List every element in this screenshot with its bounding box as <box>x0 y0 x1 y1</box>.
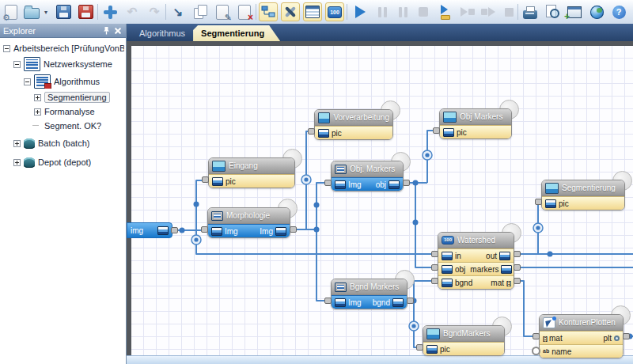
delete-button[interactable]: × <box>235 2 254 21</box>
tree-item-algorithmus[interactable]: Algorithmus <box>2 74 124 89</box>
duplicate-button[interactable] <box>191 2 210 21</box>
node-header[interactable]: Morphologie <box>208 208 290 224</box>
port[interactable] <box>533 333 540 339</box>
junction-dot[interactable] <box>314 203 320 208</box>
port[interactable] <box>201 226 208 233</box>
port[interactable] <box>535 199 542 205</box>
port-row[interactable]: ImgImg <box>208 224 290 237</box>
node-segmentierung[interactable]: Segmentierung pic <box>541 180 625 210</box>
junction-ring[interactable] <box>423 150 432 160</box>
junction-dot[interactable] <box>413 220 419 226</box>
input-connector-img[interactable]: img <box>127 222 172 238</box>
port-row[interactable]: pic <box>542 196 624 210</box>
junction-ring[interactable] <box>301 175 311 184</box>
port[interactable] <box>623 333 630 339</box>
port-row[interactable]: inout <box>438 248 514 262</box>
port-open[interactable] <box>532 347 540 355</box>
node-header[interactable]: Obj. Markers <box>332 161 403 177</box>
view-form-toggle[interactable] <box>303 2 322 21</box>
help-button[interactable]: ? <box>609 2 628 21</box>
print-button[interactable] <box>521 2 540 21</box>
junction-ring[interactable] <box>409 321 419 331</box>
port[interactable] <box>324 298 332 304</box>
step-into-button[interactable] <box>479 2 498 21</box>
port-row[interactable]: Imgobj <box>332 177 403 191</box>
port-row[interactable]: [:]matplt <box>540 331 623 344</box>
port-row[interactable]: Imgbgnd <box>332 295 407 309</box>
tree-item-formanalyse[interactable]: Formanalyse <box>2 106 124 117</box>
tab-algorithmus[interactable]: Algorithmus <box>131 25 193 41</box>
port-row[interactable]: bgndmat[:] <box>438 275 514 289</box>
add-button[interactable] <box>100 2 119 21</box>
view-values-toggle[interactable]: 100 <box>325 2 344 21</box>
pin-button[interactable] <box>100 25 112 36</box>
port-row[interactable]: objmarkers <box>438 262 514 275</box>
port-row[interactable]: pic <box>440 125 511 138</box>
expand-icon[interactable] <box>34 108 41 116</box>
expand-icon[interactable] <box>13 140 21 147</box>
port[interactable] <box>514 278 521 284</box>
node-vorverarbeitung[interactable]: Vorverarbeitung pic <box>314 109 393 140</box>
step-over-button[interactable] <box>458 2 477 21</box>
tree-item-segmentierung[interactable]: Segmentierung <box>2 92 124 103</box>
node-header[interactable]: Segmentierung <box>542 180 624 196</box>
node-header[interactable]: Vorverarbeitung <box>315 110 392 126</box>
open-dropdown-button[interactable]: ▾ <box>41 2 51 21</box>
port[interactable] <box>171 227 178 233</box>
stop-button[interactable] <box>414 2 433 21</box>
pause-button[interactable] <box>393 2 412 21</box>
port[interactable] <box>431 264 438 271</box>
close-panel-button[interactable] <box>112 25 123 36</box>
port[interactable] <box>433 127 440 134</box>
node-konturen-plotten[interactable]: KonturenPlotten [:]matplt abname <box>539 314 624 358</box>
port[interactable] <box>308 128 315 135</box>
node-header[interactable]: KonturenPlotten <box>540 315 623 331</box>
save-button[interactable] <box>54 2 73 21</box>
collapse-icon[interactable] <box>13 61 21 68</box>
port[interactable] <box>514 251 521 257</box>
junction-dot[interactable] <box>413 180 419 186</box>
expand-icon[interactable] <box>13 159 21 166</box>
junction-dot[interactable] <box>194 202 199 207</box>
connection-line[interactable] <box>515 281 533 336</box>
run-button[interactable] <box>351 2 370 21</box>
port[interactable] <box>407 298 414 304</box>
expand-icon[interactable] <box>34 94 41 101</box>
new-file-button[interactable]: ⚙ <box>2 2 21 21</box>
port[interactable] <box>514 264 521 271</box>
tab-segmentierung[interactable]: Segmentierung <box>193 25 280 41</box>
port-row[interactable]: pic <box>209 174 294 188</box>
port-row[interactable]: pic <box>423 342 504 355</box>
port[interactable] <box>324 180 332 186</box>
open-button[interactable] <box>22 2 41 21</box>
node-obj-markers[interactable]: Obj. Markers Imgobj <box>331 161 404 191</box>
junction-dot[interactable] <box>180 228 185 233</box>
node-obj-markers-src[interactable]: Obj Markers pic <box>439 108 512 139</box>
connection-line[interactable] <box>316 229 325 301</box>
save-all-button[interactable] <box>76 2 95 21</box>
collapse-icon[interactable] <box>3 45 10 52</box>
node-watershed[interactable]: 100Watershed inout objmarkers bgndmat[:] <box>438 232 514 290</box>
node-header[interactable]: Eingang <box>209 158 294 174</box>
junction-ring[interactable] <box>191 235 201 245</box>
node-header[interactable]: Bgnd Markers <box>332 279 407 295</box>
edit-button[interactable]: ✎ <box>213 2 232 21</box>
node-bgnd-markers[interactable]: Bgnd Markers Imgbgnd <box>331 279 407 309</box>
port-row[interactable]: abname <box>540 344 623 358</box>
print-preview-button[interactable] <box>543 2 562 21</box>
undo-button[interactable]: ↶ <box>123 2 142 21</box>
port[interactable] <box>431 278 438 284</box>
node-eingang[interactable]: Eingang pic <box>208 157 295 188</box>
junction-ring[interactable] <box>533 223 543 233</box>
tree-item-depot[interactable]: Depot (depot) <box>2 155 124 169</box>
step-pause-button[interactable] <box>373 2 392 21</box>
redo-button[interactable]: ↷ <box>145 2 164 21</box>
view-tools-toggle[interactable] <box>281 2 300 21</box>
step-out-button[interactable] <box>499 2 518 21</box>
tree-item-segment-ok[interactable]: Segment. OK? <box>2 120 124 131</box>
port[interactable] <box>403 180 410 186</box>
web-button[interactable] <box>587 2 606 21</box>
import-button[interactable]: ↘ <box>169 2 188 21</box>
node-morphologie[interactable]: Morphologie ImgImg <box>207 207 290 238</box>
tree-item-arbeitsbereich[interactable]: Arbeitsbereich [PrüfungVonBieget <box>2 43 124 54</box>
